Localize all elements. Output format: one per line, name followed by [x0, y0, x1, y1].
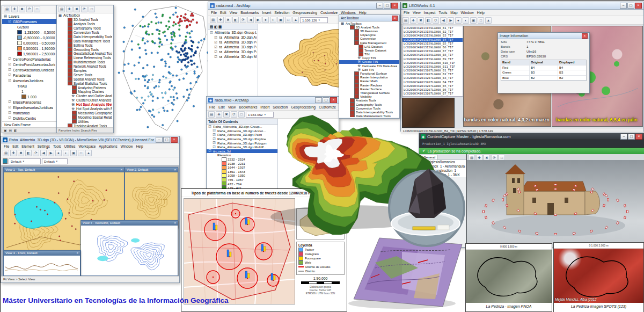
band-file-item[interactable]: LC82000342013207LGN00_B4_TIF [402, 81, 463, 84]
tree-item[interactable]: 1,960001 - 2,580000 [2, 51, 56, 56]
toolbox-item[interactable]: Tracking Analyst Tools [57, 124, 113, 127]
arctoolbox-titlebar[interactable]: ArcToolbox × [339, 15, 399, 21]
layer-item[interactable]: ☑ ra_Altimetria_3D.dgn Polygon [208, 49, 258, 54]
band-file-item[interactable]: LC82000342013159LGN00_B8_TIF [402, 53, 463, 57]
toolbox-item[interactable]: Analysis Tools [339, 99, 399, 103]
tree-item[interactable]: -1,282000 - -0,500001 [2, 30, 56, 35]
layer-item[interactable]: 1938 - 2231 [207, 161, 277, 165]
menu-item[interactable]: View [228, 105, 236, 109]
menu-item[interactable]: Help [477, 11, 485, 14]
toolbox-item[interactable]: Conversion Tools [339, 106, 399, 110]
menu-item[interactable]: File [4, 144, 9, 148]
maximize-button[interactable]: ▢ [384, 3, 391, 9]
toolbar-icon[interactable]: ⟳ [33, 150, 39, 156]
toolbox-item[interactable]: Linear Referencing Tools [57, 56, 113, 60]
toolbar-icon[interactable]: ▣ [277, 17, 284, 23]
view-close-icon[interactable]: × [174, 168, 176, 172]
menu-item[interactable]: File [209, 105, 215, 109]
tree-item[interactable]: ☑ ElipsePanaderias [2, 99, 56, 105]
toolbox-item[interactable]: ⚒ Hot Spot Analysis (Getis-... [57, 103, 113, 107]
layer-item[interactable]: Elevation [207, 153, 277, 157]
close-button[interactable]: × [392, 16, 398, 21]
toolbox-item[interactable]: Mapping Clusters [57, 90, 113, 94]
tree-item[interactable]: 1.000 [2, 94, 56, 99]
toolbox-item[interactable]: ⚒ Hot Spot Analysis with Re... [57, 107, 113, 111]
tree-item[interactable]: 0,500001 - 1,960000 [2, 46, 56, 51]
layer-item[interactable]: ☑ tin_rada_3d [207, 149, 277, 154]
layer-item[interactable]: 2232 - 2524 [207, 157, 277, 162]
toolbox-item[interactable]: 3D Analyst Tools [57, 18, 113, 22]
toolbox-item[interactable]: Functional Surface [339, 71, 399, 75]
close-button[interactable]: × [635, 134, 642, 140]
toolbox-item[interactable]: Cartography Tools [339, 103, 399, 106]
toolbox-item[interactable]: CityEngine [339, 33, 399, 37]
menu-item[interactable]: Window [121, 144, 133, 148]
layer-item[interactable]: 1058 - 1350 [207, 173, 277, 178]
scale-combo[interactable]: 1:164.062▾ [246, 112, 274, 118]
layer-checkbox[interactable]: ☑ [214, 35, 218, 40]
toolbar-icon[interactable]: ▣ [470, 17, 477, 24]
toolbox-item[interactable]: Conversion Tools [57, 31, 113, 35]
band-file-item[interactable]: LC82000342013159LGN00_B1_TIF [402, 26, 463, 30]
layer-item[interactable]: ☑ ra_Altimetria_3D.dgn Point [208, 40, 258, 45]
toolbar-icon[interactable]: ✖ [418, 17, 424, 24]
toolbox-item[interactable]: Data Interoperability Tools [339, 110, 399, 114]
band-file-item[interactable]: LC82000342013159LGN00_B3_TIF [402, 34, 463, 38]
menu-item[interactable]: Windows [341, 11, 356, 14]
toolbar-icon[interactable]: ▲ [85, 150, 92, 156]
toolbox-item[interactable]: Measuring Geographic Dis... [57, 111, 113, 115]
layer-item[interactable]: ☑ Raha_Altimetria_3D.dgn Annot... [207, 129, 277, 133]
new-data-frame[interactable]: New Data Frame [2, 121, 56, 127]
tree-item[interactable]: ☑ CentroAsesoriasJuridicas [2, 67, 56, 72]
toolbar-icon[interactable]: □ [478, 17, 484, 24]
band-file-item[interactable]: LC82000342013159LGN00_B7_TIF [402, 49, 463, 53]
band-file-item[interactable]: LC82000342013159LGN00_B11_TIF [402, 65, 463, 69]
maximize-button[interactable]: ▢ [323, 97, 330, 103]
toolbar-icon[interactable]: ◧ [25, 150, 32, 156]
tree-item[interactable]: ☑ ElipseAsesoriasJuridicas [2, 105, 56, 110]
microstation-titlebar[interactable]: ◈ Raha_Altimetria_3D.dgn (3D - V8 DGN) -… [1, 136, 179, 143]
tree-item[interactable]: ☑ CentroPondAsesoriasJurid. [2, 62, 56, 67]
layer-checkbox[interactable]: ☑ [214, 45, 218, 49]
band-file-item[interactable]: LC82000342013207LGN00_B2_TIF [402, 72, 463, 76]
band-file-item[interactable]: LC82000342013159LGN00_B6_TIF [402, 46, 463, 49]
toolbox-item[interactable]: ⚒ Edit TIN [339, 68, 399, 71]
toolbar-icon[interactable]: □ [78, 150, 84, 156]
toolbar-icon[interactable]: □ [285, 17, 291, 23]
layer-checkbox[interactable]: ☑ [208, 125, 212, 129]
view-close-icon[interactable]: × [76, 251, 78, 256]
toolbar-icon[interactable]: ✖ [225, 17, 231, 23]
tree-item[interactable]: ☑ manzanas [2, 110, 56, 115]
toolbox-item[interactable]: Visibility [339, 95, 399, 99]
toolbar-icon[interactable]: ◐ [63, 150, 69, 156]
layer-item[interactable]: ☑ Altimetria_3D.dgn Group Layer [208, 30, 258, 35]
tree-item[interactable]: 0,000001 - 0,500000 [2, 40, 56, 46]
menu-item[interactable]: Bookmarks [239, 105, 257, 109]
menu-item[interactable]: Customize [319, 105, 336, 109]
toolbox-item[interactable]: ▦ ArcToolbox [339, 21, 399, 25]
menu-item[interactable]: Element [21, 144, 34, 148]
tree-item[interactable]: -0,500000 - 0,000000 [2, 35, 56, 40]
toolbar-icon[interactable]: ⟳ [240, 17, 246, 23]
view2-window[interactable]: View 2, Default× [125, 167, 178, 228]
view3-window[interactable]: View 3 - Front, Default× [3, 250, 80, 276]
toolbox-item[interactable]: ⚒ Delineate TIN Data Area [339, 64, 399, 68]
layer-item[interactable]: 472 - 764 [207, 182, 277, 186]
toolbox-item[interactable]: Cartography Tools [57, 26, 113, 31]
layer-item[interactable]: ☑ Raha_Altimetria_3D.dgn Polyline [207, 137, 277, 141]
band-file-item[interactable]: LC82000342013159LGN00_B10_TIF [402, 61, 463, 65]
toolbar-icon[interactable]: ▤ [210, 17, 216, 23]
layer-item[interactable]: ☑ ra_Altimetria_3D.dgn Annotation [208, 35, 258, 40]
spot-image[interactable]: Mejide Méndez, Alba (2012 [554, 249, 643, 303]
band-file-item[interactable]: LC82000342013207LGN00_B1_TIF [402, 69, 463, 72]
arcmap2-titlebar[interactable]: ◈ rada.mxd - ArcMap – ▢ × [207, 97, 339, 104]
toolbox-item[interactable]: Spatial Analyst Tools [57, 77, 113, 81]
scale-combo[interactable]: 1:106.126▾ [300, 17, 328, 23]
toolbox-item[interactable]: Raster Math [339, 79, 399, 83]
toolbar-icon[interactable]: ▲ [292, 17, 299, 23]
band-file-item[interactable]: LC82000342013207LGN00_B5_TIF [402, 84, 463, 88]
toolbox-item[interactable]: Network Analyst Tools [57, 64, 113, 69]
band-file-item[interactable]: LC82000342013207LGN00_B3_TIF [402, 76, 463, 80]
production-job-row[interactable]: Production_1 IglesiaRomanica3D 3MX [419, 140, 644, 148]
band-file-item[interactable]: LC82000342013159LGN00_B2_TIF [402, 30, 463, 34]
